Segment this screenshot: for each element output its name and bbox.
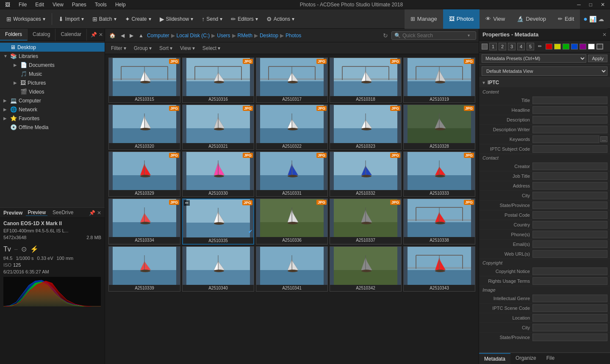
- preview-tab-preview[interactable]: Preview: [26, 210, 47, 216]
- thumb-item[interactable]: JPG A2510323: [330, 105, 402, 150]
- nav-back-icon[interactable]: ◀: [119, 32, 126, 39]
- menu-view[interactable]: View: [51, 2, 65, 8]
- mode-photos[interactable]: 🖼 Photos: [443, 9, 480, 29]
- nav-refresh-icon[interactable]: ↻: [383, 32, 388, 39]
- bottom-tab-file[interactable]: File: [541, 353, 560, 364]
- search-dropdown-icon[interactable]: ▾: [468, 33, 470, 38]
- field-input-rights-usage[interactable]: [532, 277, 607, 285]
- group-button[interactable]: Group ▾: [131, 44, 154, 52]
- thumb-item[interactable]: A2510339: [108, 246, 180, 292]
- field-input-iptc-subject[interactable]: [532, 145, 607, 153]
- field-input-title[interactable]: [532, 97, 607, 104]
- thumb-item[interactable]: JPG ✏ ✔ A2510335: [182, 199, 254, 245]
- thumb-item[interactable]: JPG A2510319: [403, 58, 475, 103]
- field-input-weburl[interactable]: [532, 250, 607, 258]
- menu-tools[interactable]: Tools: [93, 2, 108, 8]
- rating-2[interactable]: 2: [499, 43, 506, 50]
- send-button[interactable]: ↑ Send ▾: [198, 12, 226, 26]
- color-green[interactable]: [563, 44, 569, 50]
- field-input-country[interactable]: [532, 221, 607, 229]
- search-input[interactable]: [402, 33, 466, 39]
- workspaces-button[interactable]: ⊞ Workspaces ▾: [3, 12, 49, 26]
- create-button[interactable]: ✦ Create ▾: [121, 12, 155, 26]
- field-input-postal[interactable]: [532, 211, 607, 219]
- tab-calendar[interactable]: Calendar: [55, 29, 87, 41]
- field-input-creator[interactable]: [532, 163, 607, 170]
- thumb-item[interactable]: JPG A2510337: [330, 199, 402, 245]
- slideshow-button[interactable]: ▶ Slideshow ▾: [156, 12, 197, 26]
- select-button[interactable]: Select ▾: [200, 44, 223, 52]
- thumb-item[interactable]: JPG A2510317: [256, 58, 328, 103]
- field-input-headline[interactable]: [532, 106, 607, 114]
- thumb-item[interactable]: JPG A2510338: [403, 199, 475, 245]
- thumb-item[interactable]: A2510342: [330, 246, 402, 292]
- thumb-item[interactable]: JPG A2510316: [182, 58, 254, 103]
- bottom-tab-organize[interactable]: Organize: [510, 353, 541, 364]
- rating-3[interactable]: 3: [508, 43, 516, 50]
- thumb-item[interactable]: JPG A2510333: [403, 152, 475, 197]
- tab-folders[interactable]: Folders: [0, 29, 28, 41]
- keywords-browse-button[interactable]: ...: [600, 136, 607, 142]
- batch-button[interactable]: ⊞ Batch ▾: [89, 12, 120, 26]
- nav-up-icon[interactable]: ▲: [137, 32, 145, 39]
- panel-close-icon[interactable]: ✕: [99, 32, 103, 38]
- thumb-item[interactable]: A2510343: [403, 246, 475, 292]
- menu-help[interactable]: Help: [114, 2, 128, 8]
- nav-path-desktop[interactable]: Desktop: [260, 33, 278, 39]
- import-button[interactable]: ⬇ Import ▾: [55, 12, 88, 26]
- window-close[interactable]: ✕: [599, 2, 607, 8]
- filter-button[interactable]: Filter ▾: [108, 44, 129, 52]
- nav-forward-icon[interactable]: ▶: [128, 32, 135, 39]
- thumb-item[interactable]: JPG A2510321: [182, 105, 254, 150]
- tree-item-libraries[interactable]: ▼ 📚 Libraries: [0, 52, 105, 61]
- preview-close-icon[interactable]: ✕: [97, 210, 101, 216]
- nav-home-icon[interactable]: 🏠: [108, 32, 117, 39]
- mode-manage[interactable]: ⊞ Manage: [405, 9, 443, 29]
- nav-path-photos[interactable]: Photos: [286, 33, 301, 39]
- tree-item-documents[interactable]: ▶ 📄 Documents: [0, 61, 105, 69]
- thumb-item[interactable]: A2510340: [182, 246, 254, 292]
- thumb-item[interactable]: JPG A2510320: [108, 105, 180, 150]
- window-minimize[interactable]: ─: [575, 2, 582, 8]
- metadata-view-select[interactable]: Default Metadata View: [482, 66, 607, 76]
- mode-edit[interactable]: ✏ Edit: [552, 9, 580, 29]
- field-input-phone[interactable]: [532, 231, 607, 238]
- thumb-item[interactable]: JPG A2510334: [108, 199, 180, 245]
- thumb-item[interactable]: JPG A2510331: [256, 152, 328, 197]
- mode-view[interactable]: 👁 View: [480, 9, 511, 29]
- color-yellow[interactable]: [554, 44, 561, 50]
- menu-panes[interactable]: Panes: [70, 2, 88, 8]
- panel-pin-icon[interactable]: 📌: [91, 32, 97, 38]
- field-input-image-city[interactable]: [532, 324, 607, 331]
- view-button[interactable]: View ▾: [177, 44, 197, 52]
- thumb-item[interactable]: JPG A2510328: [403, 105, 475, 150]
- color-purple[interactable]: [580, 44, 586, 50]
- nav-path-rmeth[interactable]: RMeth: [238, 33, 252, 39]
- field-input-iptc-scene[interactable]: [532, 304, 607, 312]
- tree-item-pictures[interactable]: ▶ 🖼 Pictures: [0, 78, 105, 87]
- iptc-section-header[interactable]: ▼ IPTC: [479, 78, 610, 87]
- tree-item-desktop[interactable]: 🖥 Desktop: [0, 43, 105, 52]
- actions-button[interactable]: ⚙ Actions ▾: [263, 12, 298, 26]
- tree-item-computer[interactable]: ▶ 💻 Computer: [0, 96, 105, 105]
- nav-path-localdisk[interactable]: Local Disk (C:): [177, 33, 210, 39]
- color-blue[interactable]: [571, 44, 578, 50]
- thumb-item[interactable]: JPG A2510322: [256, 105, 328, 150]
- meta-checkbox[interactable]: [482, 44, 488, 50]
- menu-edit[interactable]: Edit: [33, 2, 46, 8]
- rating-1[interactable]: 1: [489, 43, 497, 50]
- color-white[interactable]: [588, 44, 595, 50]
- tab-catalog[interactable]: Catalog: [28, 29, 55, 41]
- props-close-icon[interactable]: ✕: [602, 32, 607, 38]
- rating-5[interactable]: 5: [527, 43, 534, 50]
- color-red[interactable]: [546, 44, 552, 50]
- thumb-item[interactable]: JPG A2510315: [108, 58, 180, 103]
- field-input-city[interactable]: [532, 192, 607, 199]
- sort-button[interactable]: Sort ▾: [157, 44, 175, 52]
- field-input-job-title[interactable]: [532, 172, 607, 180]
- tree-item-music[interactable]: 🎵 Music: [0, 69, 105, 78]
- mode-develop[interactable]: 🔬 Develop: [511, 9, 552, 29]
- field-input-state[interactable]: [532, 201, 607, 209]
- preview-tab-seedrive[interactable]: SeeDrive: [51, 210, 75, 216]
- editors-button[interactable]: ✏ Editors ▾: [227, 12, 261, 26]
